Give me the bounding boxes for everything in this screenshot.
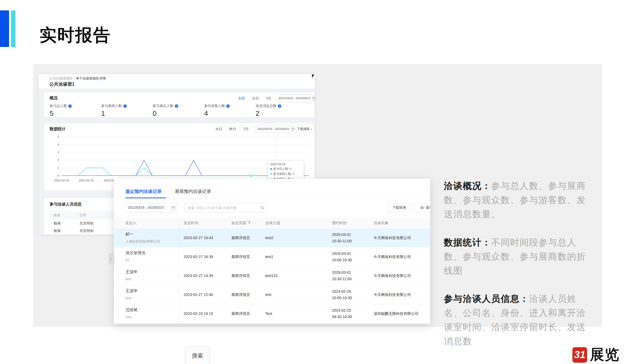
initiator-company: test bbox=[125, 277, 131, 281]
slot-date: 2023-02-28 bbox=[332, 289, 351, 294]
records-col-洽谈对象: 洽谈对象 bbox=[374, 217, 389, 228]
fixed-column-divider bbox=[179, 217, 179, 323]
download-report-button[interactable]: 下载报表 ▾ bbox=[295, 125, 314, 133]
statistics-filter-今日[interactable]: 今日 bbox=[215, 127, 222, 131]
panel-collapse-handle[interactable]: ‹ bbox=[109, 253, 114, 265]
statistics-filter-group: 今日昨日7日30日 bbox=[208, 127, 263, 132]
info-icon[interactable]: i bbox=[278, 104, 281, 108]
initiate-page: 展商详情页 bbox=[231, 236, 250, 240]
participant-name: 杨旭 bbox=[54, 227, 61, 235]
chart-tooltip-date: 2022-03-14 bbox=[270, 163, 301, 166]
talk-target: 深圳鲲鹏无限科技有限公司 bbox=[374, 311, 418, 316]
overview-filter-今日[interactable]: 今日 bbox=[252, 96, 259, 100]
overview-date-range-value: 2021/03/15 - 2022/03/21 bbox=[278, 97, 310, 100]
tab-观众预约洽谈记录[interactable]: 观众预约洽谈记录 bbox=[125, 188, 162, 195]
slot-time: 10:00-10:30 bbox=[332, 296, 352, 300]
slot-time: 09:30-10:00 bbox=[332, 315, 352, 319]
annotation-title: 参与洽谈人员信息： bbox=[444, 294, 529, 304]
annotation-block-1: 洽谈概况：参与总人数、参与展商数、参与观众数、参与游客数、发送消息数量。 bbox=[444, 179, 589, 221]
table-row[interactable]: 王清华test2023-02-27 14:39展商详情页test1232028-… bbox=[114, 266, 430, 285]
slot-time: 10:00-10:30 bbox=[332, 258, 352, 262]
talk-topic: test1 bbox=[265, 255, 273, 259]
initiate-page: 展商详情页 bbox=[231, 292, 250, 297]
talk-target: 今天网络科技有限公司 bbox=[374, 274, 411, 278]
table-row[interactable]: 王清华test2023-02-27 12:40展商详情页test2023-02-… bbox=[114, 285, 430, 304]
table-row[interactable]: 沈佳斌Vnu2023-02-23 18:15展商详情页Test2023-02-2… bbox=[114, 304, 430, 323]
page-title: 公共洽谈室1 bbox=[49, 81, 74, 87]
search-button-label: 搜索 bbox=[192, 352, 203, 359]
tab-展商预约洽谈记录[interactable]: 展商预约洽谈记录 bbox=[175, 188, 211, 195]
slot-date: 2028-03-01 bbox=[332, 270, 351, 275]
calendar-icon bbox=[172, 206, 175, 209]
records-date-range-value: 2021/03/15 - 2023/02/27 bbox=[128, 206, 164, 209]
table-row[interactable]: 郝一上海你好科技有限公司2023-02-27 16:43展商详情页test220… bbox=[114, 228, 430, 247]
breadcrumb-separator: / bbox=[74, 77, 75, 80]
search-icon[interactable] bbox=[260, 205, 264, 210]
initiate-time: 2023-02-27 16:39 bbox=[184, 255, 213, 259]
stat-value: 1 bbox=[101, 109, 153, 118]
records-show-hide-button[interactable]: 显/隐 bbox=[414, 203, 430, 212]
svg-text:1: 1 bbox=[57, 166, 59, 169]
svg-text:3: 3 bbox=[57, 151, 59, 154]
records-show-hide-label: 显/隐 bbox=[426, 205, 430, 210]
calendar-icon bbox=[291, 127, 295, 131]
series-dot bbox=[270, 168, 272, 170]
records-date-range[interactable]: 2021/03/15 - 2023/02/27 bbox=[125, 203, 178, 212]
slot-date: 2028-03-01 bbox=[332, 251, 351, 256]
info-icon[interactable]: i bbox=[123, 104, 127, 108]
table-row[interactable]: 演示管理员312023-02-27 16:39展商详情页test12028-03… bbox=[114, 247, 430, 266]
statistics-date-range[interactable]: 2022/02/19 - 2022/03/21 bbox=[255, 125, 292, 133]
initiator-company: 上海你好科技有限公司 bbox=[125, 239, 160, 244]
statistics-filter-昨日[interactable]: 昨日 bbox=[229, 127, 236, 131]
stat-value: 4 bbox=[204, 109, 256, 118]
annotation-block-3: 参与洽谈人员信息：洽谈人员姓名、公司名、身份、进入和离开洽谈室时间、洽谈室停留时… bbox=[444, 292, 589, 348]
records-search-input[interactable] bbox=[187, 205, 260, 210]
caret-down-icon: ▾ bbox=[311, 128, 312, 130]
slot-time: 10:30-11:00 bbox=[332, 277, 352, 281]
slide-title: 实时报告 bbox=[39, 23, 111, 47]
slide-root: 实时报告 公共洽谈室报告/单个洽谈室报告详情 公共洽谈室1 概况 全部今日7日3… bbox=[0, 0, 633, 364]
stat-参与展商人数: 参与展商人数i1 bbox=[101, 104, 153, 118]
tooltip-entry: 参与展商人数: 0 bbox=[270, 172, 301, 176]
stat-参与总人数: 参与总人数i5 bbox=[50, 104, 101, 118]
filter-funnel-icon[interactable] bbox=[246, 217, 251, 228]
svg-text:5: 5 bbox=[57, 135, 59, 139]
talk-topic: test2 bbox=[265, 236, 273, 240]
records-download-button[interactable]: 下载报表 bbox=[387, 203, 411, 212]
initiate-page: 展商详情页 bbox=[231, 255, 250, 259]
svg-text:2022-02-22: 2022-02-22 bbox=[79, 179, 94, 182]
records-search bbox=[184, 203, 267, 212]
overview-title: 概况 bbox=[50, 96, 58, 101]
download-report-label: 下载报表 bbox=[297, 127, 310, 131]
logo-text: 展览 bbox=[590, 345, 620, 364]
talk-target: 今天网络科技有限公司 bbox=[374, 255, 411, 259]
initiator-name: 沈佳斌 bbox=[125, 307, 137, 312]
cursor-artifact bbox=[312, 74, 314, 78]
info-icon[interactable]: i bbox=[68, 104, 72, 108]
stat-value: 0 bbox=[153, 109, 204, 118]
records-col-洽谈主题: 洽谈主题 bbox=[265, 217, 280, 228]
overview-date-range[interactable]: 2021/03/15 - 2022/03/21 bbox=[276, 94, 314, 102]
stat-label: 参与总人数i bbox=[50, 104, 101, 108]
stat-label: 参与游客人数i bbox=[204, 104, 256, 108]
slot-date: 2028-03-01 bbox=[332, 232, 351, 237]
records-col-发起时间: 发起时间 bbox=[184, 217, 199, 228]
records-panel: 观众预约洽谈记录展商预约洽谈记录 2021/03/15 - 2023/02/27… bbox=[114, 179, 430, 324]
overview-filter-7日[interactable]: 7日 bbox=[266, 96, 271, 100]
accent-bar-blue bbox=[0, 10, 9, 47]
initiator-company: Vnu bbox=[125, 315, 132, 319]
info-icon[interactable]: i bbox=[175, 104, 178, 108]
initiator-company: 31 bbox=[125, 258, 129, 262]
tooltip-entry-text: 参与展商人数: 0 bbox=[273, 172, 294, 176]
overview-filter-全部[interactable]: 全部 bbox=[238, 96, 245, 100]
breadcrumb-parent[interactable]: 公共洽谈室报告 bbox=[49, 77, 73, 80]
stat-参与游客人数: 参与游客人数i4 bbox=[204, 104, 256, 118]
slide-gray-panel: 公共洽谈室报告/单个洽谈室报告详情 公共洽谈室1 概况 全部今日7日30日 20… bbox=[33, 64, 602, 327]
records-col-预约时段: 预约时段 bbox=[332, 217, 347, 228]
tooltip-entry: 参与总人数: 0 bbox=[270, 167, 301, 171]
info-icon[interactable]: i bbox=[226, 104, 230, 108]
statistics-filter-7日[interactable]: 7日 bbox=[243, 127, 248, 131]
initiator-name: 王清华 bbox=[125, 270, 137, 275]
calendar-icon bbox=[312, 97, 315, 100]
search-button[interactable]: 搜索 bbox=[185, 346, 209, 364]
